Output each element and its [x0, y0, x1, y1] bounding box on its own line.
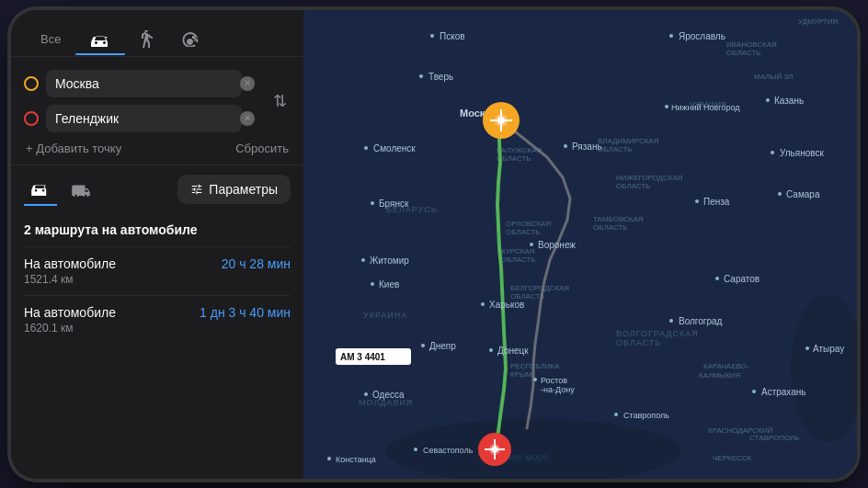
- device-frame: Все М: [11, 10, 857, 479]
- svg-text:Киев: Киев: [379, 279, 399, 289]
- svg-point-86: [414, 448, 417, 451]
- svg-point-51: [771, 151, 774, 154]
- svg-text:Волгоград: Волгоград: [679, 316, 723, 326]
- add-point-button[interactable]: + Добавить точку: [26, 142, 121, 155]
- svg-text:УДМУРТИЯ: УДМУРТИЯ: [798, 17, 839, 26]
- reset-button[interactable]: Сбросить: [235, 142, 289, 155]
- svg-point-82: [364, 392, 368, 396]
- svg-text:ВОЛГОГРАДСКАЯ: ВОЛГОГРАДСКАЯ: [616, 329, 699, 338]
- svg-text:Саратов: Саратов: [724, 274, 760, 284]
- svg-text:ОБЛАСТЬ: ОБЛАСТЬ: [726, 49, 761, 57]
- svg-point-69: [669, 319, 673, 323]
- svg-text:Днепр: Днепр: [429, 341, 456, 351]
- route-item-1[interactable]: На автомобиле 1521.4 км 20 ч 28 мин: [24, 246, 291, 295]
- svg-point-97: [497, 117, 505, 124]
- svg-text:ИВАНОВСКАЯ: ИВАНОВСКАЯ: [726, 40, 777, 49]
- svg-text:ОБЛАСТЬ: ОБЛАСТЬ: [598, 145, 633, 153]
- route-2-time: 1 дн 3 ч 40 мин: [200, 305, 291, 320]
- svg-point-73: [421, 344, 425, 347]
- route-2-label: На автомобиле: [24, 305, 116, 320]
- tab-bar: Все: [11, 10, 303, 57]
- svg-text:КРЫМ: КРЫМ: [510, 370, 532, 379]
- add-point-label: + Добавить точку: [26, 142, 121, 155]
- svg-point-40: [419, 74, 423, 78]
- from-clear-btn[interactable]: ✕: [240, 76, 255, 91]
- from-input-wrap: Москва ✕: [46, 70, 262, 97]
- transport-truck-icon[interactable]: [64, 173, 97, 206]
- to-row: Геленджик ✕: [24, 105, 262, 132]
- svg-text:Тверь: Тверь: [428, 72, 453, 82]
- svg-text:Донецк: Донецк: [497, 346, 529, 356]
- svg-text:Нижний Новгород: Нижний Новгород: [671, 103, 740, 112]
- route-2-dist: 1620.1 км: [24, 322, 116, 335]
- svg-point-71: [489, 348, 493, 352]
- tab-walk[interactable]: [125, 23, 167, 56]
- svg-text:Ульяновск: Ульяновск: [780, 148, 824, 158]
- to-input-wrap: Геленджик ✕: [46, 105, 262, 132]
- tab-all[interactable]: Все: [26, 25, 75, 53]
- svg-point-80: [752, 390, 756, 393]
- from-row: Москва ✕: [24, 70, 262, 97]
- tab-car[interactable]: [75, 25, 125, 54]
- svg-text:Атырау: Атырау: [813, 344, 844, 354]
- svg-text:КУРСКАЯ: КУРСКАЯ: [501, 247, 535, 255]
- svg-text:ОБЛАСТЬ: ОБЛАСТЬ: [593, 223, 628, 232]
- svg-text:ТАМБОВСКАЯ: ТАМБОВСКАЯ: [593, 215, 644, 223]
- svg-point-103: [492, 446, 498, 452]
- svg-point-67: [481, 302, 485, 306]
- route-1-time: 20 ч 28 мин: [222, 256, 291, 271]
- route-item-2[interactable]: На автомобиле 1620.1 км 1 дн 3 ч 40 мин: [24, 295, 291, 344]
- svg-text:Псков: Псков: [440, 31, 465, 41]
- transport-row: Параметры: [11, 165, 303, 213]
- svg-text:Пенза: Пенза: [703, 197, 730, 207]
- svg-point-53: [371, 201, 374, 205]
- to-dot: [24, 111, 39, 126]
- params-button-label: Параметры: [209, 182, 278, 197]
- params-button[interactable]: Параметры: [177, 175, 291, 204]
- from-dot: [24, 76, 39, 91]
- reset-label: Сбросить: [235, 142, 289, 155]
- svg-point-57: [778, 192, 782, 196]
- svg-text:ЧЕРКЕССК: ЧЕРКЕССК: [713, 454, 752, 462]
- svg-text:Одесса: Одесса: [372, 390, 405, 400]
- route-1-label: На автомобиле: [24, 256, 116, 271]
- svg-text:Житомир: Житомир: [370, 255, 409, 266]
- svg-point-38: [669, 34, 673, 38]
- svg-text:ВЛАДИМИРСКАЯ: ВЛАДИМИРСКАЯ: [598, 137, 659, 145]
- svg-point-88: [327, 457, 331, 460]
- svg-point-65: [371, 282, 374, 286]
- swap-button[interactable]: ⇅: [269, 87, 291, 115]
- route-1-dist: 1521.4 км: [24, 273, 116, 286]
- svg-text:Самара: Самара: [786, 189, 820, 199]
- to-input[interactable]: Геленджик: [46, 105, 242, 132]
- svg-text:ОБЛАСТЬ: ОБЛАСТЬ: [506, 228, 541, 236]
- svg-text:Констанца: Констанца: [336, 455, 376, 464]
- svg-text:УКРАИНА: УКРАИНА: [363, 311, 407, 320]
- map-area[interactable]: Чёрное море БЕЛАРУСЬ УКРАИНА МОЛДАВИЯ ВО…: [303, 10, 857, 479]
- svg-point-63: [361, 258, 365, 262]
- svg-text:Казань: Казань: [774, 96, 804, 106]
- svg-point-55: [695, 199, 699, 203]
- svg-text:Ярославль: Ярославль: [679, 31, 725, 41]
- svg-point-61: [715, 277, 719, 280]
- inputs-col: Москва ✕ Геленджик ✕: [24, 70, 262, 132]
- svg-text:Севастополь: Севастополь: [423, 446, 474, 455]
- svg-text:БЕЛГОРОДСКАЯ: БЕЛГОРОДСКАЯ: [510, 284, 569, 292]
- svg-point-43: [665, 105, 668, 108]
- svg-text:-на-Дону: -на-Дону: [541, 385, 575, 394]
- tab-bike[interactable]: [167, 25, 215, 54]
- from-input[interactable]: Москва: [46, 70, 242, 97]
- svg-text:Рязань: Рязань: [572, 142, 602, 152]
- svg-point-49: [564, 144, 567, 148]
- to-clear-btn[interactable]: ✕: [240, 111, 255, 126]
- transport-car-icon[interactable]: [24, 173, 57, 206]
- svg-text:Ставрополь: Ставрополь: [623, 411, 669, 420]
- svg-text:ОБЛАСТЬ: ОБЛАСТЬ: [501, 255, 536, 264]
- svg-text:ОБЛАСТЬ: ОБЛАСТЬ: [616, 182, 651, 190]
- svg-text:Воронеж: Воронеж: [538, 240, 576, 250]
- svg-text:Смоленск: Смоленск: [373, 143, 416, 153]
- sidebar: Все М: [11, 10, 303, 479]
- svg-point-45: [766, 98, 770, 102]
- svg-point-75: [533, 378, 537, 381]
- svg-text:ОБЛАСТЬ: ОБЛАСТЬ: [616, 338, 661, 347]
